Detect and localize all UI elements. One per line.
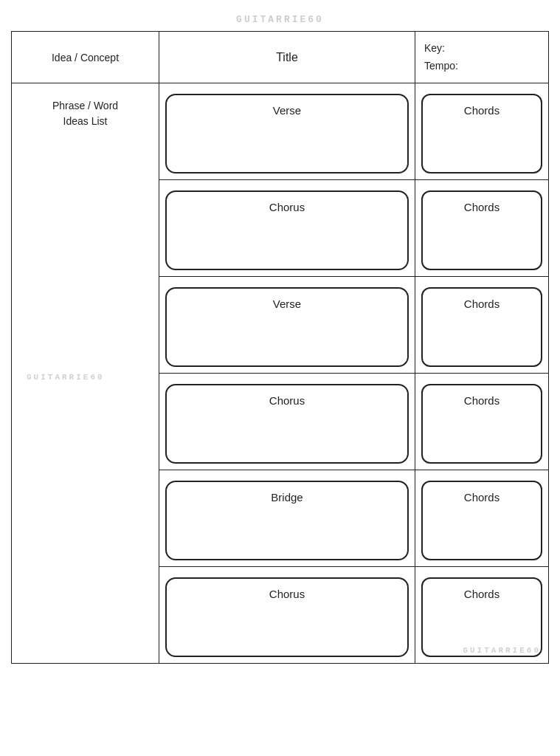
bottom-right-watermark: GUITARRIE60 <box>463 642 541 656</box>
chords-cell-2: Chords <box>415 180 548 277</box>
section-label-chorus-2: Chorus <box>269 394 305 407</box>
cell-phrase-word: Phrase / WordIdeas List GUITARRIE60 <box>12 83 159 663</box>
section-cell-chorus-2: Chorus <box>159 374 415 470</box>
section-inner-chorus-1: Chorus <box>165 190 409 270</box>
chords-cell-5: Chords <box>415 470 548 567</box>
idea-concept-label: Idea / Concept <box>52 52 119 63</box>
chords-cell-4: Chords <box>415 374 548 470</box>
chords-inner-1: Chords <box>421 94 542 173</box>
chords-label-4: Chords <box>464 394 499 407</box>
section-cell-chorus-3: Chorus <box>159 567 415 663</box>
header: GUITARRIE60 <box>11 7 549 31</box>
section-label-bridge: Bridge <box>271 491 303 504</box>
chords-inner-5: Chords <box>421 481 542 560</box>
left-watermark: GUITARRIE60 <box>27 369 105 382</box>
cell-idea-concept: Idea / Concept <box>12 32 159 83</box>
chords-label-1: Chords <box>464 104 499 117</box>
key-label: Key: <box>424 40 539 58</box>
song-sections: Verse Chords Chorus Chords <box>159 83 548 663</box>
section-label-verse-2: Verse <box>273 298 301 310</box>
title-label: Title <box>276 51 298 64</box>
cell-title: Title <box>159 32 415 83</box>
chords-inner-3: Chords <box>421 287 542 367</box>
chords-cell-6: Chords GUITARRIE60 <box>415 567 548 663</box>
cell-key-tempo: Key: Tempo: <box>415 32 548 83</box>
section-inner-bridge: Bridge <box>165 481 409 560</box>
chords-inner-2: Chords <box>421 190 542 270</box>
section-label-verse-1: Verse <box>273 104 301 117</box>
main-grid: Idea / Concept Title Key: Tempo: Phrase … <box>11 31 549 664</box>
chords-cell-1: Chords <box>415 83 548 180</box>
bottom-right-watermark-text: GUITARRIE60 <box>463 646 541 655</box>
section-inner-chorus-2: Chorus <box>165 384 409 464</box>
section-cell-bridge: Bridge <box>159 470 415 567</box>
left-watermark-text: GUITARRIE60 <box>27 373 105 382</box>
section-inner-chorus-3: Chorus <box>165 577 409 657</box>
section-cell-chorus-1: Chorus <box>159 180 415 277</box>
page: GUITARRIE60 Idea / Concept Title Key: Te… <box>0 0 560 756</box>
section-inner-verse-1: Verse <box>165 94 409 173</box>
header-watermark: GUITARRIE60 <box>236 14 324 25</box>
chords-label-3: Chords <box>464 298 499 310</box>
chords-inner-4: Chords <box>421 384 542 464</box>
chords-cell-3: Chords <box>415 277 548 374</box>
phrase-word-label: Phrase / WordIdeas List <box>52 98 118 129</box>
tempo-label: Tempo: <box>424 58 539 75</box>
section-inner-verse-2: Verse <box>165 287 409 367</box>
chords-label-6: Chords <box>464 588 499 600</box>
chords-label-5: Chords <box>464 491 499 504</box>
section-label-chorus-3: Chorus <box>269 588 305 600</box>
chords-label-2: Chords <box>464 201 499 213</box>
section-cell-verse-1: Verse <box>159 83 415 180</box>
section-label-chorus-1: Chorus <box>269 201 305 213</box>
section-cell-verse-2: Verse <box>159 277 415 374</box>
